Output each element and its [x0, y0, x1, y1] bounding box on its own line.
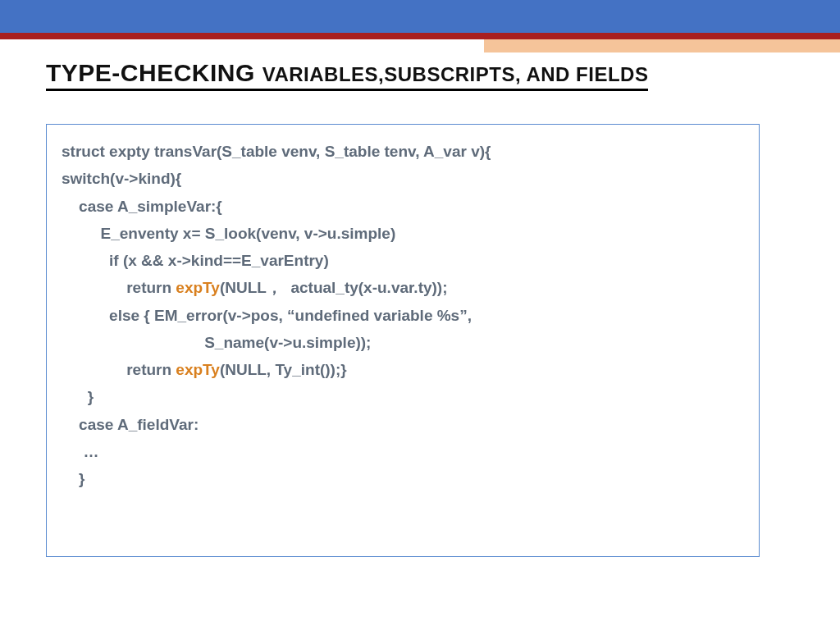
- code-line: else { EM_error(v->pos, “undefined varia…: [62, 302, 744, 329]
- code-line: return expTy(NULL， actual_ty(x-u.var.ty)…: [62, 274, 744, 301]
- slide-content: TYPE-CHECKING VARIABLES,SUBSCRIPTS, AND …: [0, 52, 840, 557]
- code-line: return expTy(NULL, Ty_int());}: [62, 356, 744, 383]
- slide-title: TYPE-CHECKING VARIABLES,SUBSCRIPTS, AND …: [46, 59, 648, 91]
- code-line: struct expty transVar(S_table venv, S_ta…: [62, 138, 744, 165]
- code-box: struct expty transVar(S_table venv, S_ta…: [46, 124, 760, 557]
- title-sub: VARIABLES,SUBSCRIPTS, AND FIELDS: [262, 63, 649, 85]
- red-accent-bar: [0, 33, 840, 39]
- keyword-expty: expTy: [176, 279, 220, 296]
- code-line: …: [62, 438, 744, 465]
- code-line: }: [62, 465, 744, 492]
- code-line: S_name(v->u.simple));: [62, 329, 744, 356]
- code-line: case A_simpleVar:{: [62, 193, 744, 220]
- code-line: case A_fieldVar:: [62, 411, 744, 438]
- code-line: E_enventy x= S_look(venv, v->u.simple): [62, 220, 744, 247]
- top-blue-bar: [0, 0, 840, 33]
- code-line: if (x && x->kind==E_varEntry): [62, 247, 744, 274]
- keyword-expty: expTy: [176, 361, 220, 378]
- code-line: }: [62, 383, 744, 410]
- peach-accent-row: [0, 39, 840, 52]
- code-line: switch(v->kind){: [62, 165, 744, 192]
- title-main: TYPE-CHECKING: [46, 59, 262, 86]
